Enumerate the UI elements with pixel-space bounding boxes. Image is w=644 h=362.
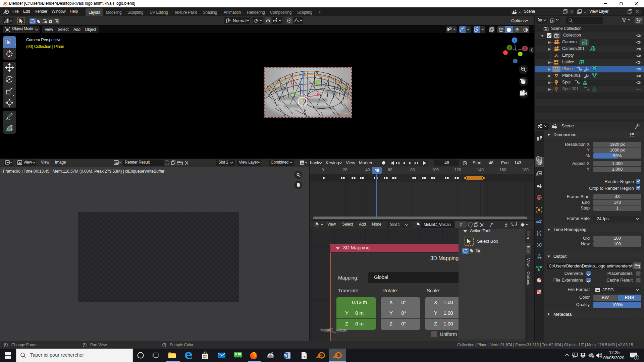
svg-text:X: X [524, 47, 526, 51]
svg-text:Z: Z [514, 39, 516, 42]
svg-text:1: 1 [636, 356, 638, 360]
svg-text:Y: Y [508, 46, 511, 50]
svg-text:W: W [284, 354, 287, 357]
